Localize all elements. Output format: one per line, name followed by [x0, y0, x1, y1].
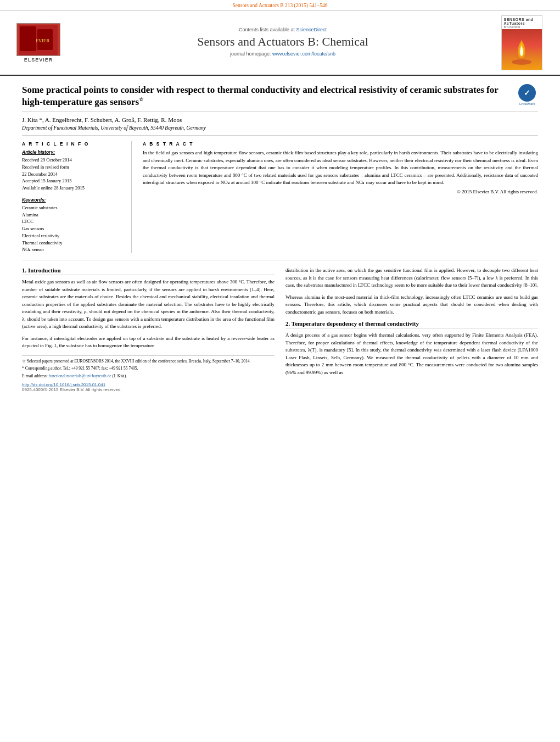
available-date: Available online 28 January 2015	[22, 185, 123, 192]
crossmark: ✓ CrossMark	[516, 84, 538, 106]
crossmark-label: CrossMark	[519, 102, 535, 105]
article-title-section: Some practical points to consider with r…	[22, 84, 538, 112]
journal-center: Contents lists available at ScienceDirec…	[66, 27, 500, 59]
authors: J. Kita *, A. Engelbrecht, F. Schubert, …	[22, 116, 538, 123]
accepted-date: Accepted 15 January 2015	[22, 177, 123, 185]
intro-heading: 1. Introduction	[22, 267, 275, 275]
sensors-brand-title: SENSORS andAcTuators	[504, 18, 540, 25]
section2-col2-para1: A design process of a gas sensor begins …	[285, 332, 538, 376]
keyword-4: Gas sensors	[22, 225, 123, 232]
elsevier-text: ELSEVIER	[24, 57, 53, 63]
footnotes: ☆ Selected papers presented at EUROSENSO…	[22, 355, 275, 380]
elsevier-logo: ELSEVIER ELSEVIER	[11, 23, 66, 63]
keyword-3: LTCC	[22, 218, 123, 225]
section2-heading: 2. Temperature dependency of thermal con…	[285, 320, 538, 328]
top-bar: Sensors and Actuators B 213 (2015) 541–5…	[0, 0, 560, 11]
abstract-label: A B S T R A C T	[143, 141, 538, 147]
keywords-block: Keywords: Ceramic substrates Alumina LTC…	[22, 197, 123, 253]
footnote-star: ☆ Selected papers presented at EUROSENSO…	[22, 359, 275, 365]
article-history-block: Article history: Received 29 October 201…	[22, 149, 123, 192]
keyword-7: NO₂ sensor	[22, 246, 123, 253]
svg-rect-1	[22, 27, 36, 51]
article-content: Some practical points to consider with r…	[0, 76, 560, 400]
abstract-text: In the field of gas sensors and high tem…	[143, 149, 538, 187]
sensors-logo-box: SENSORS andAcTuators B: Chemical	[501, 15, 542, 70]
affiliation: Department of Functional Materials, Univ…	[22, 125, 538, 136]
keyword-1: Ceramic substrates	[22, 204, 123, 211]
received-revised-date: 22 December 2014	[22, 171, 123, 178]
received-revised-label: Received in revised form	[22, 164, 123, 171]
svg-text:ELSEVIER: ELSEVIER	[27, 38, 50, 43]
journal-homepage-link[interactable]: www.elsevier.com/locate/snb	[272, 51, 335, 57]
page: Sensors and Actuators B 213 (2015) 541–5…	[0, 0, 560, 742]
intro-col2-para1: distribution in the active area, on whic…	[285, 267, 538, 289]
abstract-copyright: © 2015 Elsevier B.V. All rights reserved…	[143, 189, 538, 194]
sensors-logo: SENSORS andAcTuators B: Chemical	[500, 15, 544, 70]
homepage-line: journal homepage: www.elsevier.com/locat…	[77, 51, 489, 57]
svg-point-2	[24, 28, 33, 35]
journal-title: Sensors and Actuators B: Chemical	[77, 35, 489, 49]
received-date: Received 29 October 2014	[22, 157, 123, 164]
body-col-left: 1. Introduction Metal oxide gas sensors …	[22, 267, 275, 392]
intro-para-2: For instance, if interdigital electrodes…	[22, 335, 275, 350]
keyword-6: Thermal conductivity	[22, 239, 123, 247]
article-info-column: A R T I C L E I N F O Article history: R…	[22, 141, 132, 253]
sensors-logo-graphic	[502, 29, 542, 70]
journal-header: ELSEVIER ELSEVIER Contents lists availab…	[0, 11, 560, 76]
intro-para-1: Metal oxide gas sensors as well as air f…	[22, 278, 275, 331]
keyword-2: Alumina	[22, 211, 123, 219]
contents-available-line: Contents lists available at ScienceDirec…	[77, 27, 489, 32]
footnote-corresponding: * Corresponding author. Tel.: +49 921 55…	[22, 366, 275, 372]
body-col-right: distribution in the active area, on whic…	[285, 267, 538, 392]
body-columns: 1. Introduction Metal oxide gas sensors …	[22, 267, 538, 392]
doi-url[interactable]: http://dx.doi.org/10.1016/j.snb.2015.01.…	[22, 382, 105, 387]
sciencedirect-link[interactable]: ScienceDirect	[296, 27, 327, 32]
svg-text:✓: ✓	[524, 88, 530, 97]
sensors-brand-sub: B: Chemical	[504, 25, 540, 29]
sensors-logo-top: SENSORS andAcTuators B: Chemical	[502, 16, 542, 29]
article-title: Some practical points to consider with r…	[22, 84, 516, 108]
abstract-block: In the field of gas sensors and high tem…	[143, 149, 538, 194]
citation-text: Sensors and Actuators B 213 (2015) 541–5…	[232, 3, 327, 8]
intro-col2-para2: Whereas alumina is the most-used materia…	[285, 294, 538, 316]
footnote-email: E-mail address: functional.materials@uni…	[22, 373, 275, 380]
article-info-label: A R T I C L E I N F O	[22, 141, 123, 147]
crossmark-icon: ✓	[518, 84, 536, 102]
svg-point-5	[512, 59, 531, 65]
info-abstract-columns: A R T I C L E I N F O Article history: R…	[22, 141, 538, 253]
keywords-label: Keywords:	[22, 197, 123, 203]
elsevier-logo-image: ELSEVIER	[16, 23, 60, 56]
issn-line: 0925-4005/© 2015 Elsevier B.V. All right…	[22, 387, 275, 392]
history-label: Article history:	[22, 149, 123, 155]
doi-link: http://dx.doi.org/10.1016/j.snb.2015.01.…	[22, 382, 275, 387]
email-link[interactable]: functional.materials@uni-bayreuth.de	[49, 373, 111, 378]
abstract-column: A B S T R A C T In the field of gas sens…	[143, 141, 538, 253]
section-divider	[22, 260, 538, 260]
keyword-5: Electrical resistivity	[22, 232, 123, 239]
